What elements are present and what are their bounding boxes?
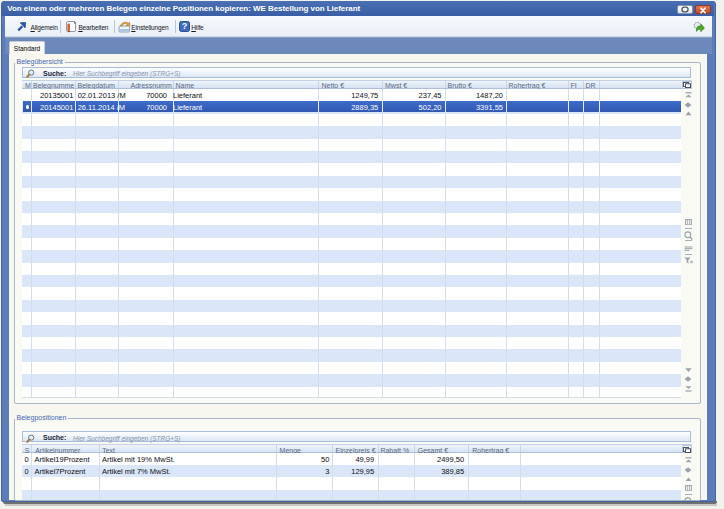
svg-text:?: ? bbox=[182, 21, 187, 31]
